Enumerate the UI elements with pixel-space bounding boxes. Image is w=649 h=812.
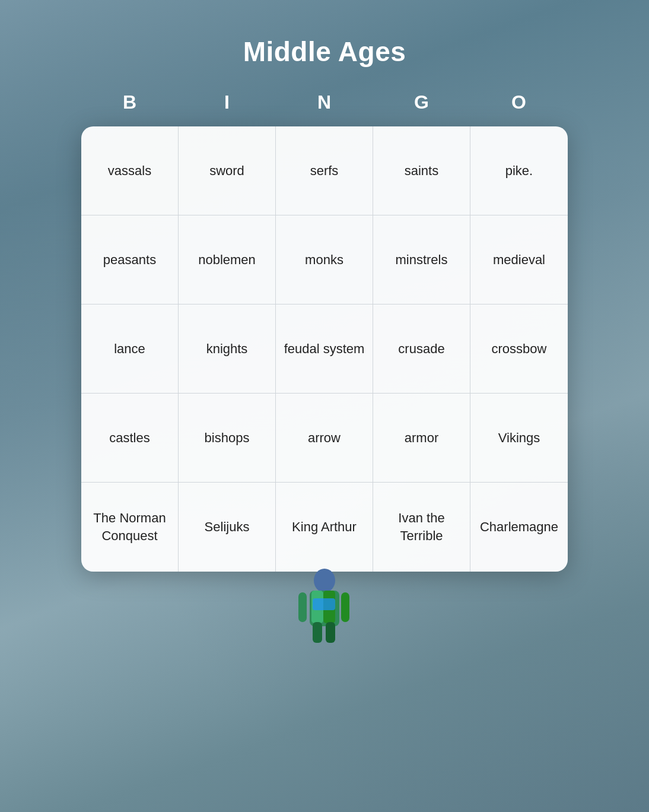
bingo-cell-24[interactable]: Charlemagne — [470, 483, 568, 572]
bingo-cell-19[interactable]: Vikings — [470, 394, 568, 483]
bingo-letter-b: B — [81, 87, 179, 123]
bingo-cell-0[interactable]: vassals — [81, 126, 179, 215]
bingo-card: vassalsswordserfssaintspike.peasantsnobl… — [81, 126, 568, 572]
page-title: Middle Ages — [243, 36, 406, 68]
bingo-letter-g: G — [373, 87, 470, 123]
svg-rect-8 — [313, 598, 335, 610]
bingo-cell-17[interactable]: arrow — [276, 394, 373, 483]
bingo-grid: vassalsswordserfssaintspike.peasantsnobl… — [81, 126, 568, 572]
bingo-cell-21[interactable]: Selijuks — [179, 483, 276, 572]
bingo-cell-5[interactable]: peasants — [81, 215, 179, 304]
bingo-cell-12[interactable]: feudal system — [276, 304, 373, 394]
bingo-cell-13[interactable]: crusade — [373, 304, 470, 394]
svg-rect-4 — [313, 622, 322, 643]
bingo-cell-14[interactable]: crossbow — [470, 304, 568, 394]
svg-point-0 — [314, 569, 335, 592]
bingo-cell-3[interactable]: saints — [373, 126, 470, 215]
bottom-figure — [277, 566, 372, 649]
bingo-header: BINGO — [81, 87, 568, 123]
bingo-cell-1[interactable]: sword — [179, 126, 276, 215]
bingo-letter-o: O — [470, 87, 568, 123]
page-container: Middle Ages BINGO vassalsswordserfssaint… — [69, 36, 580, 649]
bingo-cell-4[interactable]: pike. — [470, 126, 568, 215]
svg-rect-5 — [326, 622, 335, 643]
bingo-cell-20[interactable]: The Norman Conquest — [81, 483, 179, 572]
bingo-cell-8[interactable]: minstrels — [373, 215, 470, 304]
bingo-cell-16[interactable]: bishops — [179, 394, 276, 483]
bingo-cell-23[interactable]: Ivan the Terrible — [373, 483, 470, 572]
bingo-letter-i: I — [179, 87, 276, 123]
bingo-cell-10[interactable]: lance — [81, 304, 179, 394]
bingo-cell-11[interactable]: knights — [179, 304, 276, 394]
svg-rect-6 — [298, 592, 307, 622]
bingo-cell-15[interactable]: castles — [81, 394, 179, 483]
bingo-letter-n: N — [276, 87, 373, 123]
bingo-cell-2[interactable]: serfs — [276, 126, 373, 215]
bingo-cell-7[interactable]: monks — [276, 215, 373, 304]
bingo-cell-6[interactable]: noblemen — [179, 215, 276, 304]
svg-rect-7 — [341, 592, 349, 622]
bingo-cell-18[interactable]: armor — [373, 394, 470, 483]
bingo-cell-9[interactable]: medieval — [470, 215, 568, 304]
bingo-cell-22[interactable]: King Arthur — [276, 483, 373, 572]
